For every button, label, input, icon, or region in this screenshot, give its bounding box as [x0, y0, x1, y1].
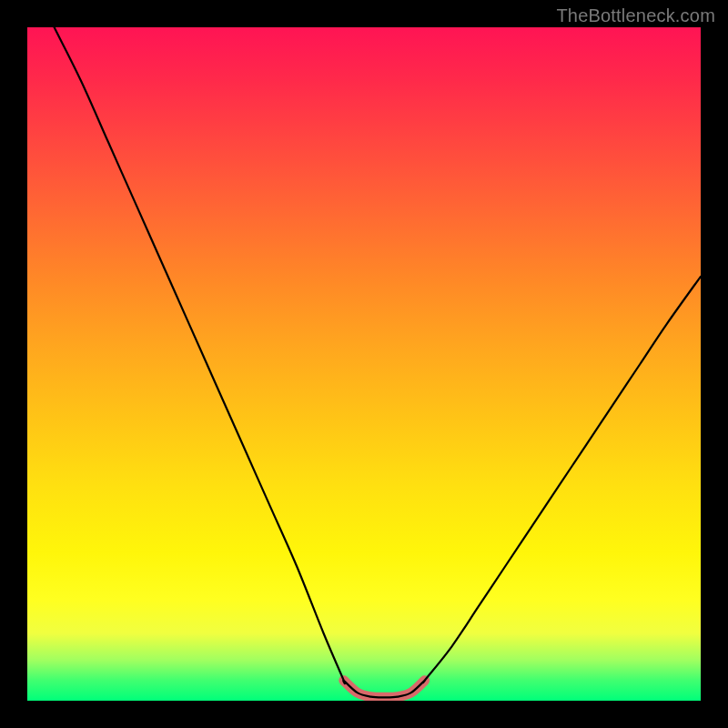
plot-area [27, 27, 701, 701]
trough-highlight [344, 681, 425, 698]
bottleneck-curve [55, 27, 701, 697]
chart-frame: TheBottleneck.com [0, 0, 728, 728]
watermark-text: TheBottleneck.com [556, 5, 715, 26]
curve-svg [27, 27, 701, 701]
